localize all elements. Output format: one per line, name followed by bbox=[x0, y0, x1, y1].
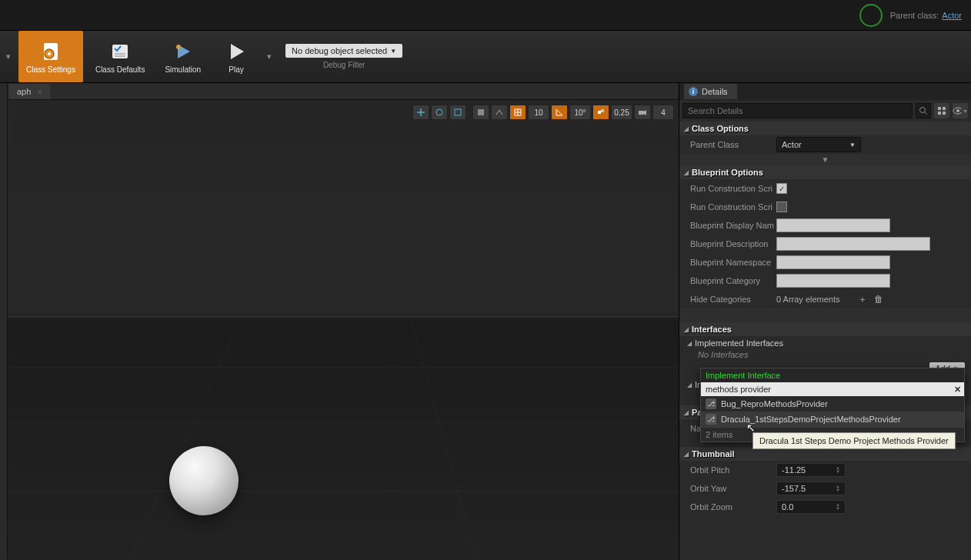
grid-line bbox=[8, 422, 679, 423]
collapse-arrow-icon: ◢ bbox=[684, 326, 689, 333]
close-icon[interactable]: × bbox=[37, 87, 42, 96]
rotate-mode-button[interactable] bbox=[431, 105, 448, 120]
svg-rect-13 bbox=[601, 109, 604, 112]
parent-class-dropdown[interactable]: Actor ▼ bbox=[776, 137, 861, 152]
parent-class-link[interactable]: Actor bbox=[942, 11, 962, 20]
details-tab[interactable]: i Details bbox=[684, 84, 737, 99]
interface-result-item[interactable]: ⎇ Bug_ReproMethodsProvider bbox=[701, 396, 964, 412]
status-ring-icon bbox=[859, 4, 883, 27]
class-defaults-label: Class Defaults bbox=[95, 65, 145, 74]
gear-doc-icon bbox=[38, 39, 63, 64]
collapse-arrow-icon: ◢ bbox=[687, 382, 692, 388]
svg-rect-11 bbox=[478, 109, 484, 115]
simulation-button[interactable]: Simulation bbox=[157, 31, 209, 82]
caret-down-icon: ▼ bbox=[849, 142, 856, 148]
surface-snap-button[interactable] bbox=[491, 105, 508, 120]
play-label: Play bbox=[229, 65, 243, 74]
bp-namespace-input[interactable] bbox=[776, 255, 890, 269]
prop-run-construction-1: Run Construction Scri ✓ bbox=[679, 179, 971, 198]
class-icon: ⎇ bbox=[706, 398, 716, 409]
section-blueprint-options[interactable]: ◢ Blueprint Options bbox=[679, 165, 971, 179]
prop-bp-display-name: Blueprint Display Nam bbox=[679, 216, 971, 235]
bp-category-input[interactable] bbox=[776, 274, 890, 288]
scale-snap-value[interactable]: 0.25 bbox=[611, 105, 632, 120]
prop-orbit-pitch: Orbit Pitch -11.25▲▼ bbox=[679, 461, 971, 479]
top-info-bar: Parent class: Actor bbox=[0, 0, 971, 31]
orbit-yaw-spinner[interactable]: -157.5▲▼ bbox=[776, 482, 846, 495]
grid-line bbox=[8, 367, 679, 368]
svg-rect-12 bbox=[598, 111, 601, 114]
implemented-interfaces-header[interactable]: ◢ Implemented Interfaces bbox=[679, 336, 971, 350]
coord-space-button[interactable] bbox=[472, 105, 489, 120]
play-button[interactable]: Play bbox=[213, 31, 259, 82]
view-options-button[interactable]: ▼ bbox=[953, 103, 968, 118]
caret-down-icon: ▼ bbox=[963, 108, 968, 114]
class-settings-button[interactable]: Class Settings bbox=[18, 31, 83, 82]
popup-search-input[interactable] bbox=[701, 382, 950, 396]
details-search-input[interactable] bbox=[682, 103, 913, 118]
scale-snap-button[interactable] bbox=[592, 105, 609, 120]
grid-line bbox=[410, 316, 476, 560]
class-defaults-button[interactable]: Class Defaults bbox=[88, 31, 152, 82]
play-dropdown-caret[interactable]: ▾ bbox=[264, 31, 275, 82]
clear-array-button[interactable]: 🗑 bbox=[872, 294, 886, 305]
left-dock-strip[interactable] bbox=[0, 83, 8, 560]
svg-marker-15 bbox=[644, 110, 646, 115]
orbit-zoom-spinner[interactable]: 0.0▲▼ bbox=[776, 500, 846, 514]
graph-tab[interactable]: aph × bbox=[9, 84, 50, 99]
prop-parent-class: Parent Class Actor ▼ bbox=[679, 135, 971, 154]
angle-snap-value[interactable]: 10° bbox=[569, 105, 591, 120]
svg-rect-18 bbox=[938, 107, 941, 110]
run-construction-checkbox-1[interactable]: ✓ bbox=[776, 183, 787, 194]
interface-result-item[interactable]: ⎇ Dracula_1stStepsDemoProjectMethodsProv… bbox=[701, 412, 964, 427]
search-icon[interactable] bbox=[916, 103, 931, 118]
svg-point-2 bbox=[48, 52, 51, 55]
bp-description-input[interactable] bbox=[776, 237, 930, 251]
svg-rect-20 bbox=[938, 112, 941, 115]
svg-rect-10 bbox=[455, 109, 461, 115]
orbit-pitch-spinner[interactable]: -11.25▲▼ bbox=[776, 463, 846, 477]
svg-point-23 bbox=[956, 109, 959, 112]
camera-speed-value[interactable]: 4 bbox=[652, 105, 674, 120]
viewport-3d[interactable]: 10 10° 0.25 4 bbox=[8, 100, 679, 560]
content-area: aph × 10 10° bbox=[0, 83, 971, 560]
translate-mode-button[interactable] bbox=[412, 105, 429, 120]
svg-point-16 bbox=[920, 108, 926, 113]
grid-snap-button[interactable] bbox=[509, 105, 526, 120]
section-class-options[interactable]: ◢ Class Options bbox=[679, 122, 971, 135]
clear-search-button[interactable]: ✕ bbox=[950, 385, 964, 395]
details-search-row: ▼ bbox=[679, 100, 971, 122]
prop-orbit-zoom: Orbit Zoom 0.0▲▼ bbox=[679, 498, 971, 516]
main-toolbar: ▾ Class Settings Class Defaults Simulati… bbox=[0, 31, 971, 83]
svg-rect-21 bbox=[943, 112, 946, 115]
play-icon bbox=[224, 39, 249, 64]
array-count-label: 0 Array elements bbox=[776, 295, 853, 304]
property-matrix-button[interactable] bbox=[934, 103, 949, 118]
info-icon: i bbox=[689, 87, 698, 96]
prop-orbit-yaw: Orbit Yaw -157.5▲▼ bbox=[679, 479, 971, 498]
grid-snap-value[interactable]: 10 bbox=[528, 105, 549, 120]
prop-bp-namespace: Blueprint Namespace bbox=[679, 253, 971, 272]
camera-speed-button[interactable] bbox=[634, 105, 651, 120]
debug-object-label: No debug object selected bbox=[292, 46, 387, 55]
collapse-arrow-icon: ◢ bbox=[684, 125, 689, 132]
simulation-icon bbox=[171, 39, 195, 64]
svg-line-17 bbox=[925, 112, 927, 115]
add-array-element-button[interactable]: ＋ bbox=[856, 293, 869, 306]
collapse-arrow-icon: ◢ bbox=[684, 451, 689, 458]
svg-point-9 bbox=[436, 109, 442, 115]
toolbar-overflow-left[interactable]: ▾ bbox=[3, 31, 14, 82]
viewport-tab-row: aph × bbox=[8, 83, 679, 100]
collapse-arrow-icon: ◢ bbox=[684, 409, 689, 416]
scale-mode-button[interactable] bbox=[449, 105, 466, 120]
section-interfaces[interactable]: ◢ Interfaces bbox=[679, 322, 971, 336]
svg-marker-8 bbox=[231, 44, 244, 59]
bp-display-name-input[interactable] bbox=[776, 218, 890, 232]
popup-search-row: ✕ bbox=[701, 382, 964, 396]
popup-title: Implement Interface bbox=[701, 368, 964, 382]
angle-snap-button[interactable] bbox=[551, 105, 568, 120]
debug-object-combo[interactable]: No debug object selected ▼ bbox=[285, 44, 402, 58]
advanced-expand-button[interactable]: ▼ bbox=[679, 154, 971, 165]
prop-bp-description: Blueprint Description bbox=[679, 235, 971, 253]
run-construction-checkbox-2[interactable] bbox=[776, 202, 787, 212]
